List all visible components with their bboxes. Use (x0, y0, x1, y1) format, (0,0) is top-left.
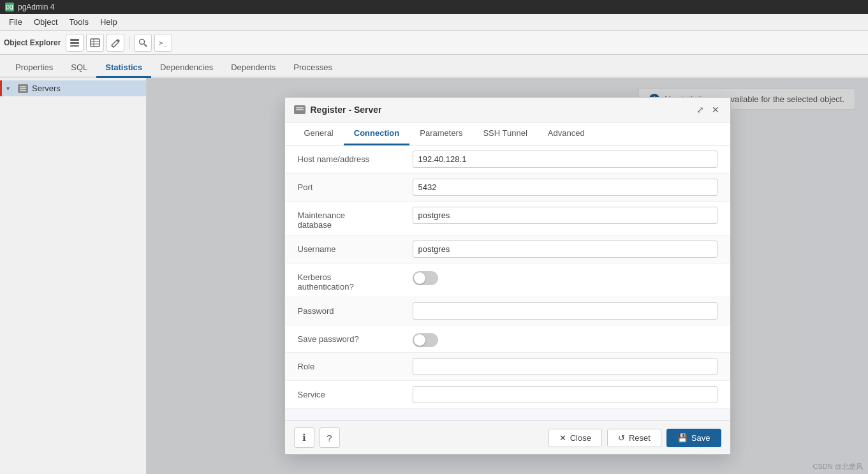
modal-body: Host name/address Port Maint (285, 145, 730, 420)
menu-object[interactable]: Object (29, 16, 63, 28)
host-input[interactable] (413, 151, 717, 168)
modal-expand-btn[interactable]: ⤢ (695, 104, 706, 115)
modal-tab-parameters[interactable]: Parameters (409, 122, 473, 145)
host-value (413, 151, 717, 168)
service-value (413, 386, 717, 403)
password-value (413, 302, 717, 320)
search-btn[interactable] (134, 34, 152, 52)
form-row-port: Port (285, 174, 730, 202)
sidebar-item-servers-label: Servers (32, 84, 61, 93)
svg-line-9 (144, 44, 147, 47)
kerberos-value (413, 269, 717, 285)
svg-rect-0 (70, 39, 79, 41)
form-row-maintenance-db: Maintenancedatabase (285, 202, 730, 235)
port-label: Port (298, 179, 413, 192)
modal-title-text: Register - Server (311, 105, 382, 115)
modal-overlay: Register - Server ⤢ ✕ General Connection… (147, 78, 868, 474)
save-password-value (413, 330, 717, 347)
register-server-modal: Register - Server ⤢ ✕ General Connection… (284, 97, 731, 455)
save-password-toggle-knob (414, 334, 425, 346)
kerberos-toggle[interactable] (413, 271, 438, 285)
tab-properties[interactable]: Properties (6, 59, 62, 78)
query-btn[interactable]: >_ (154, 34, 172, 52)
info-btn[interactable]: ℹ (294, 427, 314, 448)
form-row-username: Username (285, 235, 730, 263)
save-btn-label: Save (691, 433, 710, 443)
toolbar-sep-1 (129, 36, 129, 49)
toolbar: Object Explorer >_ (0, 31, 868, 55)
sidebar: ▾ Servers (0, 78, 147, 474)
svg-point-8 (140, 39, 145, 44)
close-btn[interactable]: ✕ Close (548, 429, 602, 447)
username-input[interactable] (413, 241, 717, 258)
username-value (413, 241, 717, 258)
tab-statistics[interactable]: Statistics (96, 59, 151, 78)
modal-tab-ssh-tunnel[interactable]: SSH Tunnel (473, 122, 537, 145)
reset-icon: ↺ (618, 433, 625, 443)
app-icon: pg (5, 3, 14, 11)
modal-header: Register - Server ⤢ ✕ (285, 98, 730, 122)
reset-btn-label: Reset (629, 433, 651, 443)
help-btn[interactable]: ? (320, 427, 340, 448)
table-btn[interactable] (86, 34, 104, 52)
menu-help[interactable]: Help (95, 16, 122, 28)
save-icon: 💾 (677, 433, 688, 443)
object-explorer-btn[interactable] (66, 34, 84, 52)
maintenance-db-value (413, 207, 717, 224)
maintenance-db-input[interactable] (413, 207, 717, 224)
username-label: Username (298, 241, 413, 254)
form-row-kerberos: Kerberosauthentication? (285, 263, 730, 297)
save-password-toggle[interactable] (413, 333, 438, 347)
modal-controls: ⤢ ✕ (695, 104, 721, 115)
modal-tab-advanced[interactable]: Advanced (538, 122, 595, 145)
role-label: Role (298, 358, 413, 371)
modal-tabs: General Connection Parameters SSH Tunnel… (285, 122, 730, 145)
password-input[interactable] (413, 302, 717, 320)
kerberos-label: Kerberosauthentication? (298, 269, 413, 292)
role-value (413, 358, 717, 375)
form-row-role: Role (285, 353, 730, 381)
service-input[interactable] (413, 386, 717, 403)
form-row-save-password: Save password? (285, 325, 730, 353)
form-row-service: Service (285, 381, 730, 409)
save-password-label: Save password? (298, 330, 413, 344)
menu-tools[interactable]: Tools (64, 16, 94, 28)
menu-file[interactable]: File (4, 16, 27, 28)
port-input[interactable] (413, 179, 717, 196)
main-layout: ▾ Servers i No statistics are available … (0, 78, 868, 474)
reset-btn[interactable]: ↺ Reset (607, 429, 661, 447)
tab-dependencies[interactable]: Dependencies (151, 59, 222, 78)
form-row-host: Host name/address (285, 145, 730, 174)
title-bar: pg pgAdmin 4 (0, 0, 868, 14)
form-row-password: Password (285, 297, 730, 325)
service-label: Service (298, 386, 413, 399)
app-title: pgAdmin 4 (18, 3, 54, 11)
toolbar-label: Object Explorer (4, 38, 61, 47)
close-btn-label: Close (570, 433, 591, 443)
svg-rect-1 (70, 42, 79, 44)
port-value (413, 179, 717, 196)
modal-tab-general[interactable]: General (294, 122, 344, 145)
body-spacer (285, 409, 730, 420)
server-icon (18, 84, 28, 93)
menu-bar: File Object Tools Help (0, 14, 868, 31)
sidebar-item-servers[interactable]: ▾ Servers (0, 80, 146, 96)
save-btn[interactable]: 💾 Save (666, 429, 721, 447)
svg-rect-3 (91, 39, 99, 47)
svg-text:>_: >_ (159, 39, 168, 47)
footer-right: ✕ Close ↺ Reset 💾 Save (548, 429, 721, 447)
footer-left: ℹ ? (294, 427, 340, 448)
tab-processes[interactable]: Processes (284, 59, 341, 78)
host-label: Host name/address (298, 151, 413, 164)
modal-close-btn[interactable]: ✕ (710, 104, 721, 115)
maintenance-db-label: Maintenancedatabase (298, 207, 413, 230)
expand-icon: ▾ (6, 85, 14, 92)
role-input[interactable] (413, 358, 717, 375)
tab-sql[interactable]: SQL (62, 59, 96, 78)
tab-dependents[interactable]: Dependents (222, 59, 284, 78)
top-tab-bar: Properties SQL Statistics Dependencies D… (0, 55, 868, 78)
edit-btn[interactable] (107, 34, 124, 52)
modal-title: Register - Server (294, 105, 382, 115)
modal-tab-connection[interactable]: Connection (344, 122, 410, 145)
svg-rect-2 (70, 45, 79, 47)
